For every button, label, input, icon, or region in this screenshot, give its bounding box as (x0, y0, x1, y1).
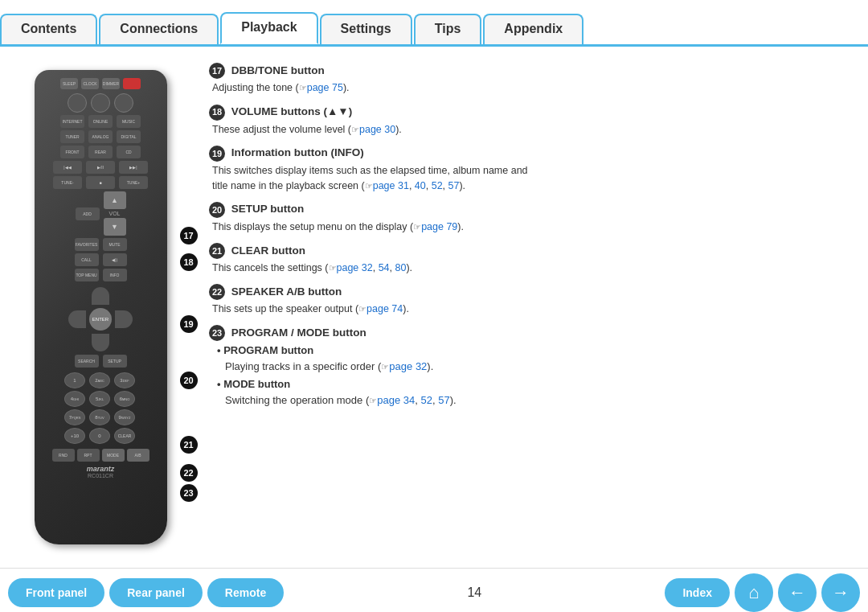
num-badge-22: 22 (209, 284, 225, 300)
tab-appendix[interactable]: Appendix (483, 14, 583, 44)
home-button[interactable]: ⌂ (735, 573, 773, 612)
item-18-desc: These adjust the volume level (☞page 30)… (212, 122, 852, 138)
item-21-pageref1[interactable]: page 32 (337, 262, 373, 273)
num-badge-18: 18 (209, 105, 225, 121)
item-23: 23 PROGRAM / MODE button • PROGRAM butto… (209, 325, 852, 408)
badge-17: 17 (180, 227, 198, 244)
item-18-pageref[interactable]: page 30 (359, 124, 395, 135)
sub-item-mode-title: MODE button (223, 378, 290, 390)
item-19-pageref4[interactable]: 57 (448, 180, 460, 191)
item-21: 21 CLEAR button This cancels the setting… (209, 243, 852, 276)
rear-panel-button[interactable]: Rear panel (109, 578, 203, 607)
badge-21: 21 (180, 436, 198, 454)
remote-area: SLEEP CLOCK DIMMER INTERNET ONLINE (0, 55, 185, 560)
badge-20: 20 (180, 372, 198, 389)
num-badge-23: 23 (209, 325, 225, 341)
sub-item-program-pageref[interactable]: page 32 (389, 360, 427, 372)
num-badge-20: 20 (209, 202, 225, 218)
item-17: 17 DBB/TONE button Adjusting the tone (☞… (209, 63, 852, 96)
item-19-desc: This switches display items such as the … (212, 163, 852, 194)
index-button[interactable]: Index (665, 578, 730, 607)
item-19-pageref1[interactable]: page 31 (373, 180, 409, 191)
item-17-desc: Adjusting the tone (☞page 75). (212, 80, 852, 96)
main-content: SLEEP CLOCK DIMMER INTERNET ONLINE (0, 47, 868, 568)
bottom-navigation: Front panel Rear panel Remote 14 Index ⌂… (0, 568, 868, 612)
badge-19: 19 (180, 315, 198, 333)
tab-contents[interactable]: Contents (0, 14, 97, 44)
back-button[interactable]: ← (778, 573, 817, 612)
home-icon: ⌂ (748, 582, 759, 603)
item-21-pageref2[interactable]: 54 (379, 262, 390, 273)
sub-item-program: • PROGRAM button Playing tracks in a spe… (217, 343, 852, 374)
top-navigation: Contents Connections Playback Settings T… (0, 0, 868, 47)
item-17-title: DBB/TONE button (231, 64, 325, 76)
num-badge-21: 21 (209, 243, 225, 259)
forward-icon: → (832, 582, 850, 603)
item-21-pageref3[interactable]: 80 (395, 262, 407, 273)
badge-23: 23 (180, 484, 198, 502)
badge-18: 18 (180, 253, 198, 271)
item-19-title: Information button (INFO) (231, 146, 364, 158)
item-17-pageref[interactable]: page 75 (307, 82, 343, 93)
sub-item-mode-pageref1[interactable]: page 34 (377, 394, 415, 406)
sub-item-mode-pageref3[interactable]: 57 (438, 394, 449, 406)
badge-22: 22 (180, 464, 198, 482)
item-23-title: PROGRAM / MODE button (231, 327, 366, 339)
sub-item-program-desc: Playing tracks in a specific order (☞pag… (225, 360, 433, 372)
content-descriptions: 17 DBB/TONE button Adjusting the tone (☞… (185, 55, 868, 560)
item-22-desc: This sets up the speaker output (☞page 7… (212, 302, 852, 317)
item-22-pageref[interactable]: page 74 (366, 303, 403, 314)
item-20-pageref[interactable]: page 79 (421, 221, 457, 232)
item-20-desc: This displays the setup menu on the disp… (212, 220, 852, 235)
item-22-title: SPEAKER A/B button (231, 285, 342, 298)
item-19-pageref2[interactable]: 40 (415, 180, 426, 191)
item-20: 20 SETUP button This displays the setup … (209, 201, 852, 234)
tab-tips[interactable]: Tips (414, 14, 482, 44)
sub-item-mode-pageref2[interactable]: 52 (420, 394, 432, 406)
item-20-title: SETUP button (231, 203, 305, 215)
tab-connections[interactable]: Connections (99, 14, 219, 44)
forward-button[interactable]: → (821, 573, 860, 612)
page-number: 14 (289, 585, 660, 600)
item-21-desc: This cancels the settings (☞page 32, 54,… (212, 261, 852, 276)
item-18: 18 VOLUME buttons (▲▼) These adjust the … (209, 104, 852, 137)
sub-item-program-title: PROGRAM button (223, 344, 313, 356)
item-19-pageref3[interactable]: 52 (432, 180, 443, 191)
num-badge-19: 19 (209, 146, 225, 162)
item-19: 19 Information button (INFO) This switch… (209, 145, 852, 193)
num-badge-17: 17 (209, 63, 225, 79)
sub-item-mode-desc: Switching the operation mode (☞page 34, … (225, 394, 457, 406)
item-21-title: CLEAR button (231, 244, 305, 257)
remote-button[interactable]: Remote (207, 578, 284, 607)
front-panel-button[interactable]: Front panel (8, 578, 104, 607)
tab-settings[interactable]: Settings (320, 14, 412, 44)
back-icon: ← (788, 582, 806, 603)
tab-playback[interactable]: Playback (220, 12, 317, 44)
sub-item-mode: • MODE button Switching the operation mo… (217, 376, 852, 408)
item-18-title: VOLUME buttons (▲▼) (231, 105, 352, 117)
item-22: 22 SPEAKER A/B button This sets up the s… (209, 284, 852, 317)
remote-control: SLEEP CLOCK DIMMER INTERNET ONLINE (35, 70, 167, 544)
